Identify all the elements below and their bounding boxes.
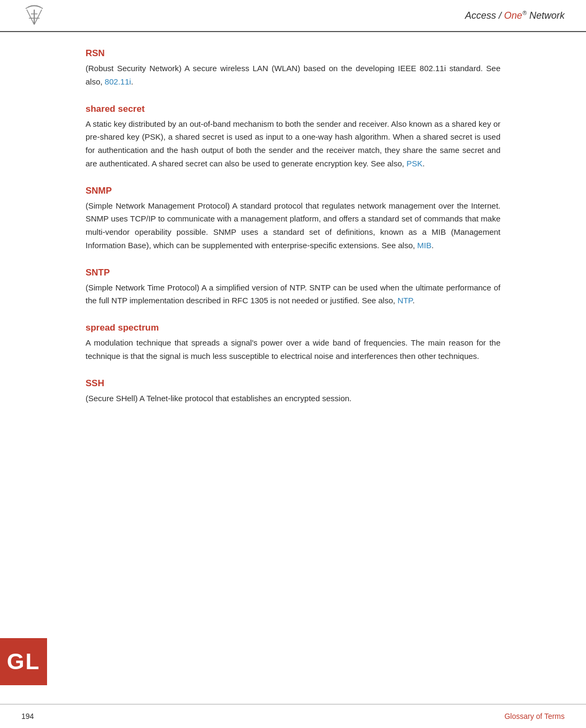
link-ntp[interactable]: NTP	[397, 296, 412, 305]
entry-title-shared-secret: shared secret	[86, 104, 500, 114]
entry-spread-spectrum: spread spectrum A modulation technique t…	[86, 323, 500, 363]
svg-line-2	[34, 10, 42, 25]
entry-title-spread-spectrum: spread spectrum	[86, 323, 500, 333]
entry-title-ssh: SSH	[86, 378, 500, 389]
gl-badge-label: GL	[7, 649, 40, 675]
entry-title-sntp: SNTP	[86, 267, 500, 278]
entry-body-snmp: (Simple Network Management Protocol) A s…	[86, 200, 500, 252]
link-mib[interactable]: MIB	[417, 241, 431, 250]
entry-title-rsn: RSN	[86, 48, 500, 59]
svg-line-1	[27, 10, 34, 25]
entry-body-shared-secret: A static key distributed by an out-of-ba…	[86, 118, 500, 171]
footer-section-label: Glossary of Terms	[504, 712, 565, 721]
entry-body-spread-spectrum: A modulation technique that spreads a si…	[86, 336, 500, 363]
entry-title-snmp: SNMP	[86, 186, 500, 196]
entry-body-rsn: (Robust Security Network) A secure wirel…	[86, 62, 500, 89]
entry-body-ssh: (Secure SHell) A Telnet-like protocol th…	[86, 392, 500, 405]
gl-badge: GL	[0, 638, 47, 685]
entry-snmp: SNMP (Simple Network Management Protocol…	[86, 186, 500, 252]
page-header: Access / One® Network	[0, 0, 586, 32]
footer-page-number: 194	[21, 712, 34, 721]
link-802-11i[interactable]: 802.11i	[105, 77, 131, 86]
entry-shared-secret: shared secret A static key distributed b…	[86, 104, 500, 171]
entry-rsn: RSN (Robust Security Network) A secure w…	[86, 48, 500, 89]
main-content: RSN (Robust Security Network) A secure w…	[0, 32, 586, 436]
page-footer: 194 Glossary of Terms	[0, 704, 586, 728]
entry-ssh: SSH (Secure SHell) A Telnet-like protoco…	[86, 378, 500, 405]
header-title: Access / One® Network	[465, 10, 565, 21]
entry-sntp: SNTP (Simple Network Time Protocol) A a …	[86, 267, 500, 308]
entry-body-sntp: (Simple Network Time Protocol) A a simpl…	[86, 281, 500, 308]
header-logo	[21, 4, 47, 27]
link-psk[interactable]: PSK	[406, 159, 422, 168]
